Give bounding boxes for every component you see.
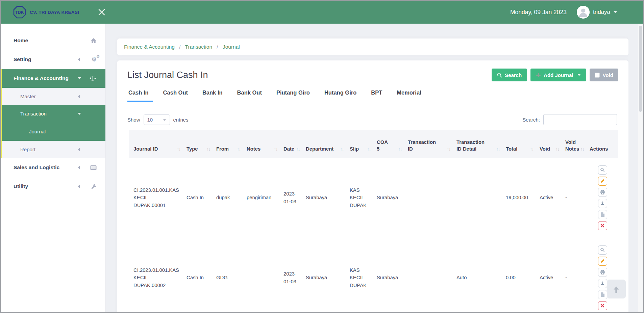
- cell-slip: KAS KECIL DUPAK: [346, 158, 373, 238]
- col-void[interactable]: Void↑↓: [536, 130, 562, 158]
- col-transaction-id-detail[interactable]: Transaction ID Detail↑↓: [453, 130, 502, 158]
- col-slip[interactable]: Slip↑↓: [346, 130, 373, 158]
- sidebar-close-icon[interactable]: [97, 7, 107, 17]
- print-button[interactable]: [598, 188, 607, 197]
- print-button[interactable]: [598, 268, 607, 277]
- tab-memorial[interactable]: Memorial: [396, 89, 425, 101]
- sidebar-setting-label: Setting: [14, 56, 31, 62]
- page-size-value: 10: [147, 117, 153, 123]
- sort-icon[interactable]: ↑↓: [530, 147, 534, 153]
- col-journal-id[interactable]: Journal ID↑↓: [129, 130, 183, 158]
- sidebar-journal-label: Journal: [29, 129, 46, 134]
- scrollbar-thumb[interactable]: [639, 26, 642, 112]
- wrench-icon: [91, 184, 97, 189]
- sort-icon[interactable]: ↑↓: [496, 147, 500, 153]
- download-button[interactable]: [598, 279, 607, 288]
- vertical-scrollbar[interactable]: [638, 24, 643, 312]
- caret-down-icon: [78, 77, 81, 79]
- journal-table: Journal ID↑↓ Type↑↓ From↑↓ Notes↑↓ Date↑…: [129, 130, 618, 312]
- col-from[interactable]: From↑↓: [213, 130, 243, 158]
- edit-button[interactable]: [598, 177, 607, 186]
- sort-icon[interactable]: ↑↓: [367, 147, 371, 153]
- edit-button[interactable]: [598, 257, 607, 266]
- void-checkbox[interactable]: [595, 73, 600, 78]
- sidebar-item-utility[interactable]: Utility: [1, 177, 105, 196]
- table-search-input[interactable]: [543, 114, 617, 125]
- sidebar: Home Setting ⚙⚙ Finance & Accounting: [1, 24, 105, 312]
- tab-cash-out[interactable]: Cash Out: [162, 89, 192, 101]
- sort-icon[interactable]: ↑↓: [580, 147, 584, 153]
- sidebar-home-label: Home: [14, 37, 28, 44]
- sidebar-item-transaction[interactable]: Transaction: [2, 105, 105, 122]
- sort-icon[interactable]: ↑↓: [274, 147, 278, 153]
- username: tridaya: [593, 9, 610, 16]
- document-button[interactable]: [598, 210, 607, 219]
- view-button[interactable]: [598, 245, 607, 255]
- col-notes[interactable]: Notes↑↓: [243, 130, 280, 158]
- balance-scale-icon: [89, 75, 97, 82]
- breadcrumb-journal[interactable]: Journal: [223, 44, 240, 50]
- page-size-select[interactable]: 10: [144, 114, 170, 125]
- table-row: CI.2023.01.001.KAS KECIL DUPAK.00002 Cas…: [129, 238, 618, 312]
- sidebar-item-finance-accounting[interactable]: Finance & Accounting: [2, 69, 105, 88]
- cell-coa-5: Surabaya: [373, 158, 404, 238]
- col-transaction-id[interactable]: Transaction ID↑↓: [404, 130, 453, 158]
- col-void-notes[interactable]: Void Notes↑↓: [562, 130, 586, 158]
- sidebar-item-report[interactable]: Report: [2, 141, 105, 158]
- sidebar-item-home[interactable]: Home: [1, 31, 105, 50]
- sidebar-group-finance: Finance & Accounting: [1, 69, 105, 158]
- col-department[interactable]: Department↑↓: [302, 130, 346, 158]
- tab-bank-in[interactable]: Bank In: [201, 89, 227, 101]
- void-toggle-button[interactable]: Void: [590, 69, 618, 81]
- user-menu[interactable]: tridaya: [577, 6, 617, 19]
- scroll-to-top-button[interactable]: [607, 280, 626, 298]
- tab-bpt[interactable]: BPT: [370, 89, 387, 101]
- cell-void: Active: [536, 158, 562, 238]
- search-button[interactable]: Search: [492, 69, 527, 81]
- download-button[interactable]: [598, 199, 607, 208]
- sidebar-finance-label: Finance & Accounting: [14, 75, 69, 81]
- sort-icon[interactable]: ↑↓: [237, 147, 241, 153]
- add-journal-button[interactable]: Add Journal: [530, 69, 586, 81]
- col-date[interactable]: Date↑↓: [280, 130, 302, 158]
- tab-bank-out[interactable]: Bank Out: [236, 89, 266, 101]
- sort-icon[interactable]: ↑↓: [398, 147, 402, 153]
- sidebar-item-journal[interactable]: Journal: [2, 122, 105, 141]
- tab-cash-in[interactable]: Cash In: [127, 89, 153, 102]
- sort-icon[interactable]: ↑↓: [447, 147, 451, 153]
- delete-button[interactable]: [598, 221, 607, 230]
- sort-icon[interactable]: ↑↓: [340, 147, 344, 153]
- cell-transaction-id: [404, 158, 453, 238]
- table-search-label: Search:: [522, 117, 540, 123]
- cell-transaction-id-detail: [453, 158, 502, 238]
- caret-left-icon: [78, 185, 80, 188]
- sidebar-item-setting[interactable]: Setting ⚙⚙: [1, 50, 105, 69]
- row-actions: [590, 161, 615, 234]
- table-row: CI.2023.01.001.KAS KECIL DUPAK.00001 Cas…: [129, 158, 618, 238]
- cell-from: GDG: [213, 238, 243, 312]
- breadcrumb-finance-accounting[interactable]: Finance & Accounting: [124, 44, 175, 50]
- delete-button[interactable]: [598, 301, 607, 310]
- breadcrumb-separator: /: [179, 44, 180, 50]
- cell-journal-id: CI.2023.01.001.KAS KECIL DUPAK.00001: [129, 158, 183, 238]
- tab-piutang-giro[interactable]: Piutang Giro: [275, 89, 314, 101]
- breadcrumb-transaction[interactable]: Transaction: [185, 44, 212, 50]
- void-button-label: Void: [603, 72, 613, 78]
- col-coa-5[interactable]: COA 5↑↓: [373, 130, 404, 158]
- sort-icon[interactable]: ↑↓: [207, 147, 210, 153]
- sidebar-item-master[interactable]: Master: [2, 88, 105, 105]
- col-total[interactable]: Total↑↓: [502, 130, 536, 158]
- col-type[interactable]: Type↑↓: [183, 130, 213, 158]
- sidebar-item-sales-logistic[interactable]: Sales and Logistic: [1, 158, 105, 177]
- sort-icon[interactable]: ↑↓: [556, 147, 560, 153]
- sort-icon[interactable]: ↑↓: [296, 147, 300, 153]
- document-button[interactable]: [598, 290, 607, 299]
- cell-date: 2023-01-03: [280, 158, 302, 238]
- caret-down-icon: [614, 11, 617, 13]
- journal-list-card: List Journal Cash In Search Add Journal: [117, 60, 628, 312]
- tab-hutang-giro[interactable]: Hutang Giro: [323, 89, 361, 101]
- caret-left-icon: [78, 166, 80, 169]
- view-button[interactable]: [598, 165, 607, 175]
- sort-icon[interactable]: ↑↓: [177, 147, 181, 153]
- current-date: Monday, 09 Jan 2023: [510, 9, 567, 16]
